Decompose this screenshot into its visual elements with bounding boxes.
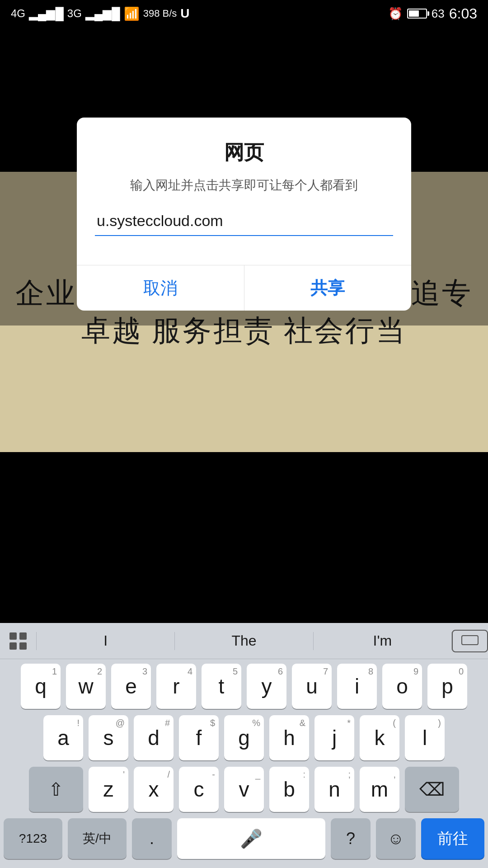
svg-rect-0 — [9, 632, 17, 640]
space-key[interactable]: 🎤 — [177, 818, 325, 859]
key-v[interactable]: _ v — [224, 767, 264, 812]
dot-key[interactable]: . — [132, 818, 172, 859]
suggestion-word-1[interactable]: I — [37, 623, 174, 659]
key-f[interactable]: $ f — [179, 715, 219, 760]
key-y[interactable]: 6 y — [247, 664, 286, 709]
svg-rect-4 — [462, 636, 478, 645]
key-j[interactable]: * j — [314, 715, 354, 760]
key-c[interactable]: - c — [179, 767, 219, 812]
dialog-body: 网页 输入网址并点击共享即可让每个人都看到 — [77, 118, 411, 250]
microphone-icon: 🎤 — [240, 828, 263, 849]
key-i[interactable]: 8 i — [337, 664, 377, 709]
url-input[interactable] — [95, 208, 393, 236]
key-h[interactable]: & h — [269, 715, 309, 760]
clock: 6:03 — [449, 5, 477, 22]
key-q[interactable]: 1 q — [21, 664, 61, 709]
key-d[interactable]: # d — [134, 715, 174, 760]
shift-key[interactable]: ⇧ — [29, 767, 83, 812]
key-p[interactable]: 0 p — [427, 664, 467, 709]
signal-4g: 4G — [11, 7, 25, 20]
signal-36: 3G — [67, 7, 82, 20]
dialog-overlay: 网页 输入网址并点击共享即可让每个人都看到 取消 共享 — [0, 27, 488, 326]
num-key[interactable]: ?123 — [4, 818, 62, 859]
signal-bars-36: ▂▄▆█ — [85, 7, 120, 21]
webpage-dialog: 网页 输入网址并点击共享即可让每个人都看到 取消 共享 — [77, 118, 411, 311]
key-l[interactable]: ) l — [405, 715, 445, 760]
share-button[interactable]: 共享 — [244, 265, 412, 311]
battery-level: 63 — [432, 7, 445, 21]
key-r[interactable]: 4 r — [156, 664, 196, 709]
key-e[interactable]: 3 e — [111, 664, 151, 709]
speed-indicator: 398 B/s — [143, 8, 177, 19]
key-o[interactable]: 9 o — [382, 664, 422, 709]
keyboard: I The I'm 1 q 2 w — [0, 623, 488, 868]
alarm-icon: ⏰ — [388, 7, 403, 21]
key-row-3: ⇧ ' z / x - c _ v : b ; — [4, 767, 484, 812]
key-b[interactable]: : b — [269, 767, 309, 812]
signal-bars-4g: ▂▄▆█ — [29, 7, 64, 21]
question-key[interactable]: ? — [331, 818, 371, 859]
grid-icon[interactable] — [0, 631, 36, 651]
emoji-key[interactable]: ☺ — [376, 818, 416, 859]
key-row-1: 1 q 2 w 3 e 4 r 5 t 6 y — [4, 664, 484, 709]
suggestion-word-3[interactable]: I'm — [314, 623, 451, 659]
key-n[interactable]: ; n — [314, 767, 354, 812]
carrier-label: U — [180, 6, 189, 21]
status-left: 4G ▂▄▆█ 3G ▂▄▆█ 📶 398 B/s U — [11, 6, 190, 21]
key-t[interactable]: 5 t — [202, 664, 241, 709]
backspace-key[interactable]: ⌫ — [405, 767, 459, 812]
key-g[interactable]: % g — [224, 715, 264, 760]
dialog-title: 网页 — [95, 139, 393, 166]
chevron-down-icon[interactable] — [452, 630, 488, 652]
keyboard-bottom-row: ?123 英/中 . 🎤 ? ☺ 前往 — [0, 818, 488, 868]
key-a[interactable]: ! a — [43, 715, 83, 760]
suggestion-word-2[interactable]: The — [175, 623, 313, 659]
dialog-buttons: 取消 共享 — [77, 265, 411, 311]
key-m[interactable]: , m — [360, 767, 399, 812]
svg-rect-2 — [9, 642, 17, 650]
key-k[interactable]: ( k — [360, 715, 399, 760]
dialog-subtitle: 输入网址并点击共享即可让每个人都看到 — [95, 177, 393, 194]
key-s[interactable]: @ s — [89, 715, 128, 760]
wifi-icon: 📶 — [124, 6, 140, 21]
key-w[interactable]: 2 w — [66, 664, 106, 709]
svg-rect-1 — [19, 632, 27, 640]
lang-key[interactable]: 英/中 — [68, 818, 127, 859]
go-key[interactable]: 前往 — [421, 818, 484, 859]
keyboard-rows: 1 q 2 w 3 e 4 r 5 t 6 y — [0, 659, 488, 812]
key-row-2: ! a @ s # d $ f % g & h — [4, 715, 484, 760]
status-bar: 4G ▂▄▆█ 3G ▂▄▆█ 📶 398 B/s U ⏰ 63 6:03 — [0, 0, 488, 27]
keyboard-suggestions: I The I'm — [0, 623, 488, 659]
key-u[interactable]: 7 u — [292, 664, 332, 709]
cancel-button[interactable]: 取消 — [77, 265, 244, 311]
key-x[interactable]: / x — [134, 767, 174, 812]
status-right: ⏰ 63 6:03 — [388, 5, 477, 22]
svg-rect-3 — [19, 642, 27, 650]
key-z[interactable]: ' z — [89, 767, 128, 812]
battery-icon — [407, 9, 427, 19]
